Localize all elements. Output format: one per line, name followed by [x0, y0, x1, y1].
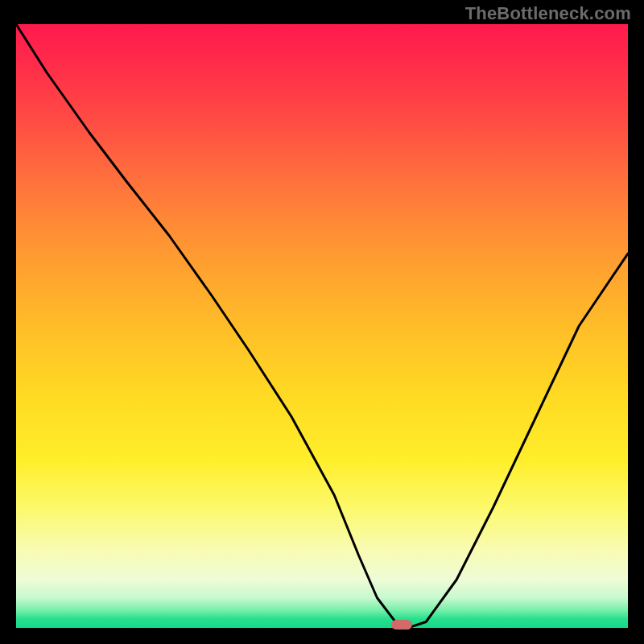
bottleneck-curve: [16, 24, 628, 628]
chart-frame: TheBottleneck.com: [0, 0, 644, 644]
curve-path: [16, 24, 628, 628]
plot-area: [16, 24, 628, 628]
watermark-text: TheBottleneck.com: [465, 3, 631, 24]
optimal-point-marker: [391, 620, 412, 630]
